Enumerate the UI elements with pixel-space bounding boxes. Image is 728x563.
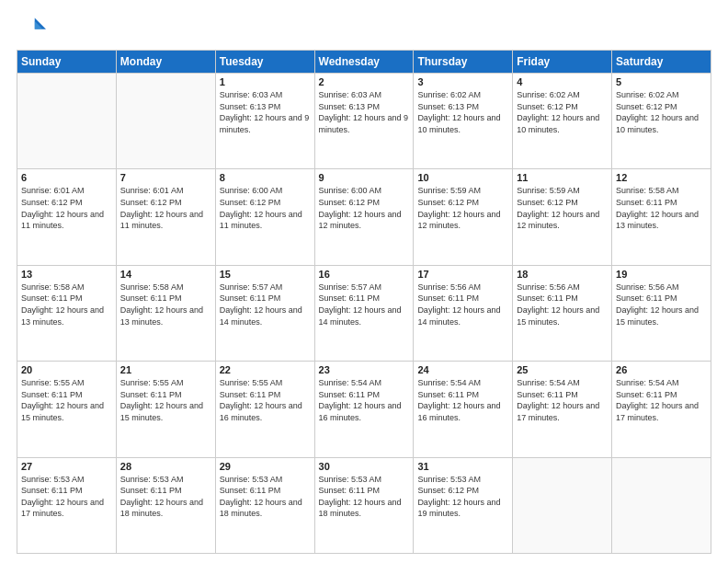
calendar-cell: 23Sunrise: 5:54 AM Sunset: 6:11 PM Dayli… [314, 362, 414, 457]
day-number: 21 [120, 364, 211, 375]
day-number: 12 [616, 172, 707, 183]
calendar-cell: 9Sunrise: 6:00 AM Sunset: 6:12 PM Daylig… [314, 169, 414, 265]
calendar-cell: 1Sunrise: 6:03 AM Sunset: 6:13 PM Daylig… [215, 74, 314, 169]
calendar-cell: 13Sunrise: 5:58 AM Sunset: 6:11 PM Dayli… [17, 265, 117, 361]
day-number: 4 [517, 76, 608, 87]
day-info: Sunrise: 5:55 AM Sunset: 6:11 PM Dayligh… [220, 377, 311, 423]
day-number: 11 [517, 172, 608, 183]
weekday-header-row: SundayMondayTuesdayWednesdayThursdayFrid… [17, 51, 711, 74]
calendar-cell: 8Sunrise: 6:00 AM Sunset: 6:12 PM Daylig… [215, 169, 314, 265]
day-number: 31 [417, 461, 508, 472]
day-number: 13 [21, 269, 112, 280]
day-number: 9 [319, 172, 410, 183]
day-info: Sunrise: 6:02 AM Sunset: 6:13 PM Dayligh… [417, 89, 508, 135]
logo-icon [20, 15, 46, 40]
day-info: Sunrise: 6:00 AM Sunset: 6:12 PM Dayligh… [319, 185, 410, 231]
day-number: 27 [21, 461, 112, 472]
day-info: Sunrise: 5:58 AM Sunset: 6:11 PM Dayligh… [21, 282, 112, 327]
day-number: 28 [120, 461, 211, 472]
day-info: Sunrise: 5:58 AM Sunset: 6:11 PM Dayligh… [120, 282, 211, 327]
calendar-week-1: 1Sunrise: 6:03 AM Sunset: 6:13 PM Daylig… [17, 74, 711, 169]
day-number: 16 [319, 269, 410, 280]
day-number: 18 [517, 269, 608, 280]
day-number: 8 [220, 172, 311, 183]
day-number: 14 [120, 269, 211, 280]
calendar-cell: 28Sunrise: 5:53 AM Sunset: 6:11 PM Dayli… [116, 457, 215, 553]
calendar-cell: 15Sunrise: 5:57 AM Sunset: 6:11 PM Dayli… [215, 265, 314, 361]
day-info: Sunrise: 5:53 AM Sunset: 6:11 PM Dayligh… [319, 474, 410, 520]
day-number: 20 [21, 364, 112, 375]
weekday-header-saturday: Saturday [612, 51, 711, 74]
day-number: 17 [417, 269, 508, 280]
day-info: Sunrise: 6:01 AM Sunset: 6:12 PM Dayligh… [120, 185, 211, 231]
day-info: Sunrise: 6:03 AM Sunset: 6:13 PM Dayligh… [220, 89, 311, 135]
day-info: Sunrise: 5:57 AM Sunset: 6:11 PM Dayligh… [319, 282, 410, 327]
day-number: 30 [319, 461, 410, 472]
day-info: Sunrise: 5:53 AM Sunset: 6:12 PM Dayligh… [417, 474, 508, 520]
day-info: Sunrise: 6:01 AM Sunset: 6:12 PM Dayligh… [21, 185, 112, 231]
day-number: 25 [517, 364, 608, 375]
calendar-cell: 2Sunrise: 6:03 AM Sunset: 6:13 PM Daylig… [314, 74, 414, 169]
day-info: Sunrise: 5:53 AM Sunset: 6:11 PM Dayligh… [220, 474, 311, 520]
day-info: Sunrise: 6:03 AM Sunset: 6:13 PM Dayligh… [319, 89, 410, 135]
day-number: 22 [220, 364, 311, 375]
calendar-week-3: 13Sunrise: 5:58 AM Sunset: 6:11 PM Dayli… [17, 265, 711, 361]
day-info: Sunrise: 6:02 AM Sunset: 6:12 PM Dayligh… [616, 89, 707, 135]
calendar-cell: 12Sunrise: 5:58 AM Sunset: 6:11 PM Dayli… [612, 169, 711, 265]
day-info: Sunrise: 5:53 AM Sunset: 6:11 PM Dayligh… [21, 474, 112, 520]
day-info: Sunrise: 5:57 AM Sunset: 6:11 PM Dayligh… [220, 282, 311, 327]
calendar-cell [612, 457, 711, 553]
calendar-cell: 7Sunrise: 6:01 AM Sunset: 6:12 PM Daylig… [116, 169, 215, 265]
day-info: Sunrise: 5:58 AM Sunset: 6:11 PM Dayligh… [616, 185, 707, 231]
calendar-cell: 22Sunrise: 5:55 AM Sunset: 6:11 PM Dayli… [215, 362, 314, 457]
day-number: 10 [417, 172, 508, 183]
calendar-cell: 29Sunrise: 5:53 AM Sunset: 6:11 PM Dayli… [215, 457, 314, 553]
calendar-cell: 26Sunrise: 5:54 AM Sunset: 6:11 PM Dayli… [612, 362, 711, 457]
day-number: 1 [220, 76, 311, 87]
calendar-week-4: 20Sunrise: 5:55 AM Sunset: 6:11 PM Dayli… [17, 362, 711, 457]
calendar-cell: 25Sunrise: 5:54 AM Sunset: 6:11 PM Dayli… [513, 362, 612, 457]
day-number: 29 [220, 461, 311, 472]
calendar-cell: 3Sunrise: 6:02 AM Sunset: 6:13 PM Daylig… [414, 74, 513, 169]
day-number: 23 [319, 364, 410, 375]
day-number: 5 [616, 76, 707, 87]
calendar-cell [116, 74, 215, 169]
calendar-cell: 6Sunrise: 6:01 AM Sunset: 6:12 PM Daylig… [17, 169, 117, 265]
day-number: 2 [319, 76, 410, 87]
calendar-cell: 31Sunrise: 5:53 AM Sunset: 6:12 PM Dayli… [414, 457, 513, 553]
calendar-table: SundayMondayTuesdayWednesdayThursdayFrid… [17, 50, 711, 554]
weekday-header-thursday: Thursday [414, 51, 513, 74]
day-info: Sunrise: 5:54 AM Sunset: 6:11 PM Dayligh… [319, 377, 410, 423]
page: SundayMondayTuesdayWednesdayThursdayFrid… [0, 0, 728, 563]
day-info: Sunrise: 6:00 AM Sunset: 6:12 PM Dayligh… [220, 185, 311, 231]
calendar-cell: 16Sunrise: 5:57 AM Sunset: 6:11 PM Dayli… [314, 265, 414, 361]
day-info: Sunrise: 5:59 AM Sunset: 6:12 PM Dayligh… [417, 185, 508, 231]
calendar-cell: 21Sunrise: 5:55 AM Sunset: 6:11 PM Dayli… [116, 362, 215, 457]
day-info: Sunrise: 5:54 AM Sunset: 6:11 PM Dayligh… [417, 377, 508, 423]
day-info: Sunrise: 5:54 AM Sunset: 6:11 PM Dayligh… [616, 377, 707, 423]
day-number: 19 [616, 269, 707, 280]
calendar-cell: 4Sunrise: 6:02 AM Sunset: 6:12 PM Daylig… [513, 74, 612, 169]
weekday-header-wednesday: Wednesday [314, 51, 414, 74]
calendar-week-2: 6Sunrise: 6:01 AM Sunset: 6:12 PM Daylig… [17, 169, 711, 265]
weekday-header-tuesday: Tuesday [215, 51, 314, 74]
weekday-header-sunday: Sunday [17, 51, 117, 74]
day-info: Sunrise: 5:54 AM Sunset: 6:11 PM Dayligh… [517, 377, 608, 423]
calendar-cell: 5Sunrise: 6:02 AM Sunset: 6:12 PM Daylig… [612, 74, 711, 169]
logo [17, 15, 46, 40]
day-info: Sunrise: 5:55 AM Sunset: 6:11 PM Dayligh… [21, 377, 112, 423]
day-number: 3 [417, 76, 508, 87]
calendar-cell: 27Sunrise: 5:53 AM Sunset: 6:11 PM Dayli… [17, 457, 117, 553]
weekday-header-friday: Friday [513, 51, 612, 74]
calendar-cell [513, 457, 612, 553]
day-info: Sunrise: 5:56 AM Sunset: 6:11 PM Dayligh… [417, 282, 508, 327]
calendar-cell: 14Sunrise: 5:58 AM Sunset: 6:11 PM Dayli… [116, 265, 215, 361]
calendar-cell: 19Sunrise: 5:56 AM Sunset: 6:11 PM Dayli… [612, 265, 711, 361]
day-number: 26 [616, 364, 707, 375]
calendar-cell: 11Sunrise: 5:59 AM Sunset: 6:12 PM Dayli… [513, 169, 612, 265]
day-info: Sunrise: 5:53 AM Sunset: 6:11 PM Dayligh… [120, 474, 211, 520]
calendar-cell [17, 74, 117, 169]
day-number: 15 [220, 269, 311, 280]
header [17, 15, 711, 40]
day-number: 7 [120, 172, 211, 183]
